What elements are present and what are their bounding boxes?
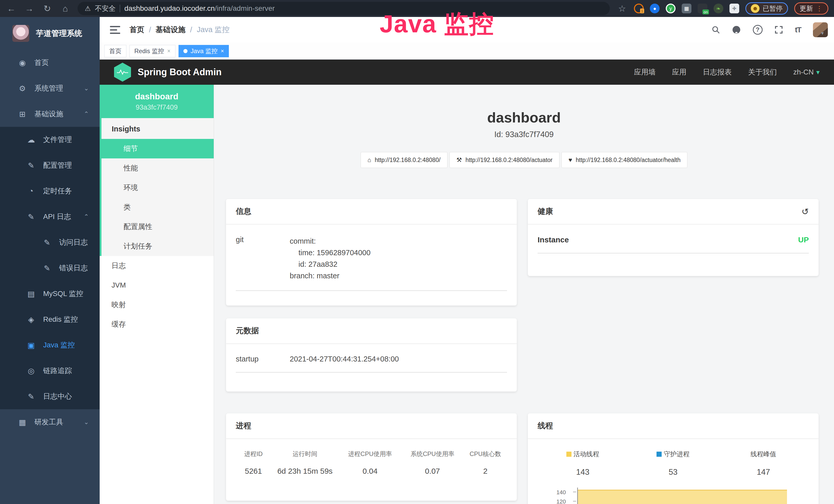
- sidebar-item-scheduled-task[interactable]: ◔ 定时任务: [0, 178, 100, 204]
- active-threads-value: 143: [537, 467, 628, 477]
- heartbeat-icon: ♥: [568, 156, 572, 164]
- breadcrumb: 首页 / 基础设施 / Java 监控: [129, 25, 229, 35]
- sba-nav-journal[interactable]: 日志报表: [703, 67, 732, 77]
- sba-item-scheduled-tasks[interactable]: 计划任务: [102, 236, 214, 256]
- insecure-warning-icon: ⚠: [85, 5, 91, 13]
- extension-orange-icon[interactable]: 1: [634, 4, 644, 13]
- instance-name: dashboard: [135, 92, 178, 101]
- chevron-down-icon: ▾: [816, 68, 820, 76]
- topbar-icons: ? tT ▾: [712, 22, 824, 37]
- emoji-face-icon: ☻: [751, 4, 760, 13]
- breadcrumb-home[interactable]: 首页: [129, 25, 144, 35]
- extension-grid-icon[interactable]: ▦: [682, 4, 692, 13]
- health-url-button[interactable]: ♥ http://192.168.0.2:48080/actuator/heal…: [562, 152, 687, 168]
- extension-pin-icon[interactable]: ●: [650, 4, 660, 13]
- tag-redis-monitor[interactable]: Redis 监控×: [129, 45, 175, 57]
- user-menu[interactable]: ▾: [813, 22, 824, 37]
- hamburger-icon[interactable]: [110, 26, 120, 34]
- sidebar-item-redis-monitor[interactable]: ◈ Redis 监控: [0, 306, 100, 332]
- app-logo-row[interactable]: 芋道管理系统: [0, 17, 100, 50]
- sba-language-select[interactable]: zh-CN▾: [793, 68, 820, 76]
- sba-item-config-props[interactable]: 配置属性: [102, 217, 214, 236]
- sidebar-item-log-center[interactable]: ✎ 日志中心: [0, 384, 100, 409]
- help-icon[interactable]: ?: [753, 25, 763, 35]
- sidebar-item-api-log[interactable]: ✎ API 日志 ⌃: [0, 204, 100, 230]
- fullscreen-icon[interactable]: [774, 25, 783, 34]
- breadcrumb-infra[interactable]: 基础设施: [156, 25, 185, 35]
- instance-links: ⌂ http://192.168.0.2:48080/ ⚒ http://192…: [214, 152, 834, 168]
- infra-submenu: ☁ 文件管理 ✎ 配置管理 ◔ 定时任务 ✎ API 日志 ⌃ ✎: [0, 127, 100, 409]
- actuator-url-button[interactable]: ⚒ http://192.168.0.2:48080/actuator: [449, 152, 559, 168]
- health-card-title: 健康: [537, 206, 553, 217]
- bookmark-star-icon[interactable]: ☆: [616, 3, 628, 14]
- sidebar-item-home[interactable]: ◉ 首页: [0, 50, 100, 75]
- home-icon[interactable]: ⌂: [60, 4, 71, 14]
- health-instance-label: Instance: [537, 235, 569, 244]
- sba-item-environment[interactable]: 环境: [102, 178, 214, 198]
- close-icon[interactable]: ×: [167, 48, 171, 54]
- sba-item-caches[interactable]: 缓存: [100, 315, 214, 334]
- sba-brand-title[interactable]: Spring Boot Admin: [138, 67, 222, 77]
- info-card-title: 信息: [236, 206, 251, 217]
- sba-content: dashboard Id: 93a3fc7f7409 ⌂ http://192.…: [214, 85, 834, 504]
- redis-icon: ◈: [27, 315, 36, 324]
- edit-icon: ✎: [27, 161, 36, 170]
- sidebar-item-config-manage[interactable]: ✎ 配置管理: [0, 153, 100, 178]
- font-size-icon[interactable]: tT: [795, 25, 801, 34]
- daemon-threads-value: 53: [628, 467, 719, 477]
- extension-leaf-icon[interactable]: ❧: [714, 4, 723, 13]
- active-dot: [183, 49, 188, 53]
- extensions-puzzle-icon[interactable]: ✚: [729, 4, 739, 13]
- page-title: dashboard: [214, 109, 834, 126]
- tag-home[interactable]: 首页: [104, 45, 126, 57]
- extension-switch-icon[interactable]: on: [698, 4, 707, 13]
- sba-item-jvm[interactable]: JVM: [100, 275, 214, 295]
- kebab-menu-icon: ⋮: [816, 5, 823, 13]
- sidebar-item-mysql-monitor[interactable]: ▤ MySQL 监控: [0, 281, 100, 306]
- info-key: git: [236, 235, 290, 282]
- chevron-up-icon: ⌃: [84, 110, 89, 118]
- sidebar-item-file-manage[interactable]: ☁ 文件管理: [0, 127, 100, 153]
- metadata-card-title: 元数据: [236, 325, 259, 336]
- sba-nav-wallboard[interactable]: 应用墙: [634, 67, 656, 77]
- toolbox-icon: ▦: [18, 418, 27, 427]
- update-button[interactable]: 更新 ⋮: [794, 2, 828, 15]
- sba-item-mappings[interactable]: 映射: [100, 295, 214, 315]
- sidebar-item-java-monitor[interactable]: ▣ Java 监控: [0, 332, 100, 358]
- timer-icon: ◔: [27, 187, 36, 196]
- sidebar-item-system[interactable]: ⚙ 系统管理 ⌄: [0, 75, 100, 101]
- paused-pill[interactable]: ☻ 已暂停: [745, 2, 788, 15]
- sba-nav-applications[interactable]: 应用: [672, 67, 686, 77]
- spring-boot-admin: Spring Boot Admin 应用墙 应用 日志报表 关于我们 zh-CN…: [100, 60, 834, 504]
- sba-nav-about[interactable]: 关于我们: [748, 67, 777, 77]
- address-bar[interactable]: ⚠ 不安全 dashboard.yudao.iocoder.cn/infra/a…: [78, 2, 610, 15]
- sidebar-item-dev-tools[interactable]: ▦ 研发工具 ⌄: [0, 409, 100, 435]
- url-host: dashboard.yudao.iocoder.cn: [124, 4, 215, 12]
- sba-logo-icon[interactable]: [114, 63, 131, 82]
- sba-item-logs[interactable]: 日志: [100, 256, 214, 275]
- close-icon[interactable]: ×: [221, 48, 224, 54]
- back-icon[interactable]: ←: [6, 4, 17, 14]
- sidebar-item-error-log[interactable]: ✎ 错误日志: [0, 255, 100, 281]
- gear-icon: ⚙: [18, 84, 27, 93]
- search-icon[interactable]: [712, 26, 720, 34]
- page-instance-id: Id: 93a3fc7f7409: [214, 130, 834, 139]
- sba-header: Spring Boot Admin 应用墙 应用 日志报表 关于我们 zh-CN…: [100, 60, 834, 85]
- sidebar-item-infra[interactable]: ⊞ 基础设施 ⌃: [0, 101, 100, 127]
- sidebar-item-trace[interactable]: ◎ 链路追踪: [0, 358, 100, 384]
- forward-icon[interactable]: →: [24, 4, 35, 14]
- service-url-button[interactable]: ⌂ http://192.168.0.2:48080/: [360, 152, 447, 168]
- sidebar-item-access-log[interactable]: ✎ 访问日志: [0, 230, 100, 255]
- sba-item-details[interactable]: 细节: [102, 139, 214, 158]
- sba-item-classes[interactable]: 类: [102, 198, 214, 217]
- instance-header[interactable]: dashboard 93a3fc7f7409: [100, 85, 214, 118]
- reload-icon[interactable]: ↻: [42, 3, 53, 14]
- insights-group-label: Insights: [102, 118, 214, 139]
- process-uptime: 6d 23h 15m 59s: [271, 467, 339, 476]
- sba-item-metrics[interactable]: 性能: [102, 158, 214, 178]
- history-icon[interactable]: ↺: [802, 206, 809, 217]
- tag-java-monitor[interactable]: Java 监控×: [178, 45, 229, 57]
- github-icon[interactable]: [732, 25, 741, 35]
- health-card: 健康 ↺ Instance UP: [528, 199, 818, 276]
- extension-y-icon[interactable]: y: [666, 4, 676, 13]
